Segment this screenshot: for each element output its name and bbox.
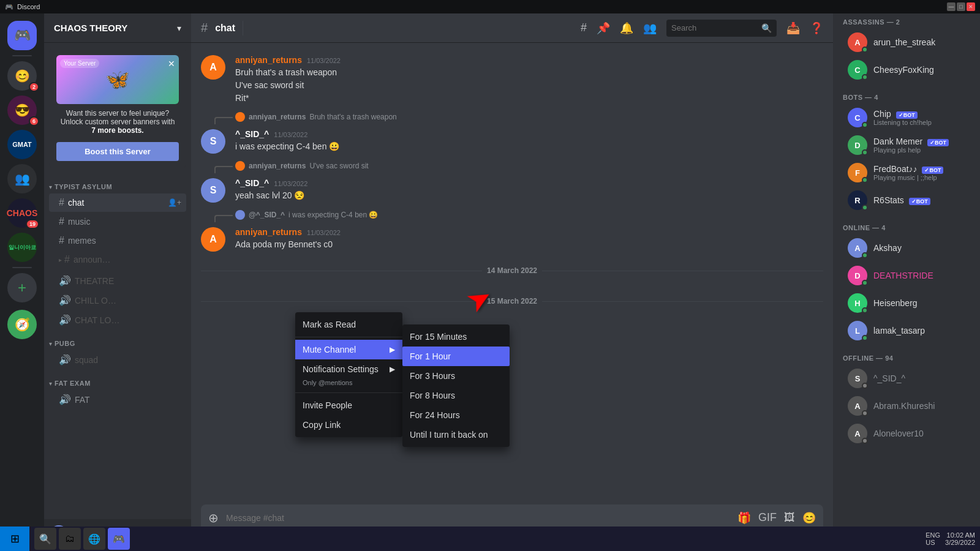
ctx-mute-channel[interactable]: Mute Channel ▶ [295, 340, 402, 359]
group-chevron-icon: ▾ [49, 184, 52, 190]
submenu-15min[interactable]: For 15 Minutes [402, 327, 510, 347]
sid-message-content: ^_SID_^ 11/03/2022 i was expecting C-4 b… [235, 129, 823, 154]
message-group-3: anniyan_returns U've sac sword sit [201, 159, 823, 176]
member-fredboat[interactable]: F FredBoat♪♪ ✓BOT Playing music | ;;help [838, 159, 975, 186]
server-icon-friends[interactable]: 👥 [7, 164, 37, 193]
channel-item-announce[interactable]: ▸ # announ… [49, 250, 186, 269]
taskbar-edge[interactable]: 🌐 [83, 528, 105, 550]
member-r6stats[interactable]: R R6Stats ✓BOT [838, 187, 975, 214]
ctx-invite-people[interactable]: Invite People [295, 395, 402, 415]
mute-icon[interactable]: 🔔 [620, 21, 633, 35]
reply-text-2: U've sac sword sit [309, 162, 368, 170]
ctx-mark-as-read[interactable]: Mark as Read [295, 315, 402, 334]
channel-item-chatlo[interactable]: 🔊 CHAT LO… [49, 310, 186, 329]
server-add-button[interactable]: + [7, 273, 37, 302]
taskbar-taskview[interactable]: 🗂 [59, 528, 81, 550]
search-icon: 🔍 [761, 23, 772, 33]
member-name-r6stats: R6Stats ✓BOT [873, 195, 965, 205]
member-name-arun: arun_the_streak [873, 37, 965, 47]
ctx-separator [295, 337, 402, 337]
member-status-heisenberg [862, 307, 868, 313]
channel-item-theatre[interactable]: 🔊 THEATRE [49, 271, 186, 290]
close-button[interactable]: ✕ [967, 2, 975, 11]
channel-item-memes[interactable]: # memes [49, 231, 186, 250]
channel-header-divider [243, 21, 243, 36]
members-icon[interactable]: 👥 [643, 21, 657, 35]
taskbar-discord[interactable]: 🎮 [108, 528, 130, 550]
channel-name-theatre: THEATRE [75, 276, 114, 286]
member-heisenberg[interactable]: H Heisenberg [838, 290, 975, 317]
channel-name-memes: memes [68, 236, 96, 246]
taskbar-search[interactable]: 🔍 [34, 528, 56, 550]
message-attach-icon[interactable]: ⊕ [208, 511, 219, 525]
member-arun[interactable]: A arun_the_streak [838, 29, 975, 56]
emoji-icon[interactable]: 😊 [802, 511, 816, 525]
server-icon-chaos[interactable]: CHAOS 19 [7, 198, 37, 228]
member-status-chip [862, 122, 868, 128]
channel-item-music[interactable]: # music [49, 212, 186, 231]
date-text-march15: 15 March 2022 [487, 297, 537, 305]
submenu-3hours[interactable]: For 3 Hours [402, 366, 510, 386]
channel-add-member-icon[interactable]: 👤+ [168, 198, 181, 207]
fat-exam-group-chevron-icon: ▾ [49, 380, 52, 387]
channel-item-chat[interactable]: # chat 👤+ [49, 193, 186, 212]
channel-header-name: chat [215, 23, 235, 34]
ctx-notif-chevron-icon: ▶ [390, 365, 395, 373]
member-cheesy[interactable]: C CheesyFoxKing [838, 56, 975, 83]
sticker-icon[interactable]: 🖼 [784, 511, 795, 525]
threads-icon[interactable]: # [581, 21, 587, 34]
submenu-until-off[interactable]: Until I turn it back on [402, 425, 510, 444]
server-icon-gmat[interactable]: GMAT [7, 130, 37, 159]
message-input[interactable] [226, 513, 737, 523]
pin-icon[interactable]: 📌 [597, 21, 610, 35]
channel-item-chill[interactable]: 🔊 CHILL O… [49, 291, 186, 310]
member-avatar-chip: C [848, 108, 867, 127]
server-icon-korean[interactable]: 일니이아쿄 [7, 233, 37, 262]
member-deathstride[interactable]: D DEATHSTRIDE [838, 262, 975, 289]
member-dank[interactable]: D Dank Memer ✓BOT Playing pls help [838, 132, 975, 159]
start-button[interactable]: ⊞ [0, 527, 29, 551]
server-icon-2[interactable]: 😎 6 [7, 96, 37, 125]
channel-item-squad[interactable]: 🔊 squad [49, 350, 186, 369]
ctx-copy-link[interactable]: Copy Link [295, 415, 402, 435]
reply-avatar-3 [235, 210, 245, 220]
text-channel-icon-memes: # [59, 235, 64, 246]
gif-icon[interactable]: GIF [758, 511, 777, 525]
submenu-8hours[interactable]: For 8 Hours [402, 386, 510, 405]
server-icon-explore[interactable]: 🧭 [7, 310, 37, 339]
message-group-2: anniyan_returns Bruh that's a trash weap… [201, 110, 823, 127]
minimize-button[interactable]: — [947, 2, 956, 11]
member-status-alonelover [862, 438, 868, 444]
submenu-1hour[interactable]: For 1 Hour [402, 347, 510, 366]
submenu-24hours[interactable]: For 24 Hours [402, 405, 510, 425]
member-lamak[interactable]: L lamak_tasarp [838, 317, 975, 344]
server-header[interactable]: CHAOS THEORY ▾ [44, 13, 191, 43]
pubg-group-chevron-icon: ▾ [49, 340, 52, 347]
member-info-dank: Dank Memer ✓BOT Playing pls help [873, 137, 965, 154]
inbox-icon[interactable]: 📥 [786, 21, 800, 35]
channel-group-pubg[interactable]: ▾ PUBG [44, 330, 191, 350]
member-sid[interactable]: S ^_SID_^ [838, 365, 975, 392]
search-bar[interactable]: 🔍 [666, 20, 777, 37]
member-akshay[interactable]: A Akshay [838, 234, 975, 261]
member-abram[interactable]: A Abram.Khureshi [838, 392, 975, 419]
ctx-notification-settings[interactable]: Notification Settings ▶ [295, 359, 402, 379]
member-avatar-lamak: L [848, 321, 867, 340]
server-icon-1[interactable]: 😊 2 [7, 61, 37, 91]
member-info-akshay: Akshay [873, 243, 965, 253]
member-alonelover[interactable]: A Alonelover10 [838, 420, 975, 447]
boost-button[interactable]: Boost this Server [56, 142, 179, 161]
channel-group-typist-asylum[interactable]: ▾ TYPIST ASYLUM [44, 173, 191, 193]
date-text-march14: 14 March 2022 [487, 266, 537, 275]
channel-group-fat-exam[interactable]: ▾ FAT EXAM [44, 370, 191, 389]
help-icon[interactable]: ❓ [810, 21, 823, 35]
maximize-button[interactable]: □ [957, 2, 965, 11]
server-icon-discord-home[interactable]: 🎮 [7, 21, 37, 50]
gift-icon[interactable]: 🎁 [737, 511, 751, 525]
member-chip[interactable]: C Chip ✓BOT Listening to ch!help [838, 104, 975, 131]
channel-item-fat[interactable]: 🔊 FAT [49, 390, 186, 409]
search-input[interactable] [671, 23, 758, 32]
member-avatar-fredboat: F [848, 163, 867, 182]
boost-close-icon[interactable]: ✕ [168, 59, 175, 69]
titlebar-controls[interactable]: — □ ✕ [947, 2, 975, 11]
